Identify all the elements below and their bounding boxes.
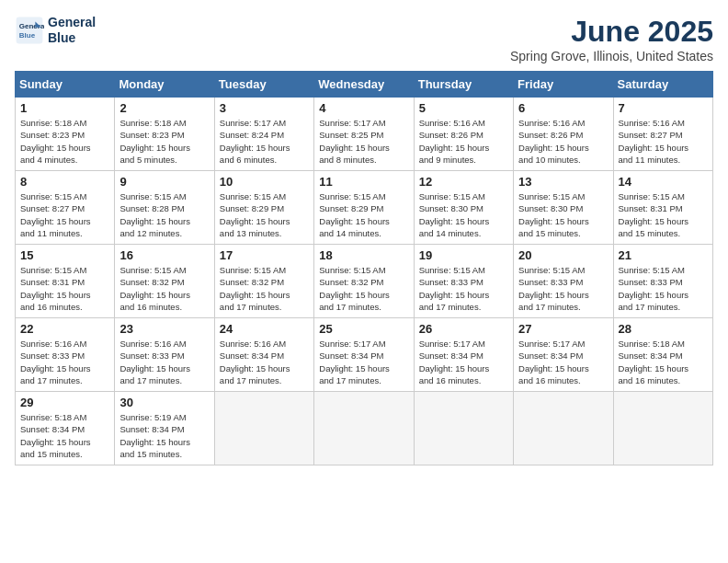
- day-info: Sunrise: 5:15 AM Sunset: 8:32 PM Dayligh…: [119, 264, 209, 313]
- day-number: 29: [20, 396, 109, 409]
- day-info: Sunrise: 5:15 AM Sunset: 8:30 PM Dayligh…: [419, 190, 508, 239]
- logo-icon: General Blue: [15, 16, 44, 45]
- day-number: 5: [419, 101, 508, 115]
- day-info: Sunrise: 5:16 AM Sunset: 8:27 PM Dayligh…: [619, 117, 708, 166]
- day-number: 30: [119, 396, 209, 409]
- calendar-cell: 17Sunrise: 5:15 AM Sunset: 8:32 PM Dayli…: [214, 245, 313, 318]
- calendar-cell: 15Sunrise: 5:15 AM Sunset: 8:31 PM Dayli…: [16, 245, 115, 318]
- calendar-subtitle: Spring Grove, Illinois, United States: [510, 49, 713, 63]
- col-wednesday: Wednesday: [314, 72, 414, 98]
- title-block: June 2025 Spring Grove, Illinois, United…: [510, 15, 713, 63]
- day-info: Sunrise: 5:16 AM Sunset: 8:33 PM Dayligh…: [20, 338, 109, 386]
- week-row-4: 22Sunrise: 5:16 AM Sunset: 8:33 PM Dayli…: [16, 318, 713, 392]
- day-info: Sunrise: 5:16 AM Sunset: 8:26 PM Dayligh…: [419, 117, 508, 166]
- calendar-cell: 6Sunrise: 5:16 AM Sunset: 8:26 PM Daylig…: [514, 98, 613, 171]
- calendar-cell: 14Sunrise: 5:15 AM Sunset: 8:31 PM Dayli…: [613, 171, 712, 245]
- week-row-1: 1Sunrise: 5:18 AM Sunset: 8:23 PM Daylig…: [16, 98, 713, 171]
- svg-text:General: General: [19, 22, 44, 30]
- col-saturday: Saturday: [613, 72, 712, 98]
- day-number: 26: [419, 322, 508, 336]
- calendar-cell: 27Sunrise: 5:17 AM Sunset: 8:34 PM Dayli…: [514, 318, 613, 392]
- day-info: Sunrise: 5:16 AM Sunset: 8:26 PM Dayligh…: [518, 117, 608, 166]
- calendar-cell: 1Sunrise: 5:18 AM Sunset: 8:23 PM Daylig…: [16, 98, 115, 171]
- calendar-cell: 29Sunrise: 5:18 AM Sunset: 8:34 PM Dayli…: [16, 392, 115, 465]
- day-number: 7: [619, 101, 708, 115]
- day-number: 24: [220, 322, 309, 336]
- calendar-cell: 9Sunrise: 5:15 AM Sunset: 8:28 PM Daylig…: [115, 171, 214, 245]
- day-number: 21: [619, 248, 708, 262]
- calendar-cell: 4Sunrise: 5:17 AM Sunset: 8:25 PM Daylig…: [314, 98, 414, 171]
- calendar-cell: 22Sunrise: 5:16 AM Sunset: 8:33 PM Dayli…: [16, 318, 115, 392]
- col-friday: Friday: [514, 72, 613, 98]
- day-info: Sunrise: 5:19 AM Sunset: 8:34 PM Dayligh…: [119, 411, 209, 460]
- day-number: 6: [518, 101, 608, 115]
- day-number: 12: [419, 175, 508, 189]
- day-number: 9: [119, 175, 209, 189]
- calendar-cell: 25Sunrise: 5:17 AM Sunset: 8:34 PM Dayli…: [314, 318, 414, 392]
- calendar-cell: 7Sunrise: 5:16 AM Sunset: 8:27 PM Daylig…: [613, 98, 712, 171]
- day-info: Sunrise: 5:16 AM Sunset: 8:33 PM Dayligh…: [119, 338, 209, 386]
- day-info: Sunrise: 5:18 AM Sunset: 8:23 PM Dayligh…: [20, 117, 109, 166]
- calendar-title: June 2025: [510, 15, 713, 49]
- day-info: Sunrise: 5:18 AM Sunset: 8:34 PM Dayligh…: [619, 338, 708, 386]
- day-number: 14: [619, 175, 708, 189]
- calendar-cell: [214, 392, 313, 465]
- day-info: Sunrise: 5:15 AM Sunset: 8:33 PM Dayligh…: [619, 264, 708, 313]
- calendar-cell: 28Sunrise: 5:18 AM Sunset: 8:34 PM Dayli…: [613, 318, 712, 392]
- logo: General Blue General Blue: [15, 15, 96, 46]
- header: General Blue General Blue June 2025 Spri…: [15, 15, 713, 63]
- day-number: 3: [220, 101, 309, 115]
- day-info: Sunrise: 5:15 AM Sunset: 8:32 PM Dayligh…: [220, 264, 309, 313]
- day-number: 11: [319, 175, 408, 189]
- week-row-5: 29Sunrise: 5:18 AM Sunset: 8:34 PM Dayli…: [16, 392, 713, 465]
- day-info: Sunrise: 5:17 AM Sunset: 8:34 PM Dayligh…: [419, 338, 508, 386]
- col-thursday: Thursday: [414, 72, 513, 98]
- day-number: 22: [20, 322, 109, 336]
- col-sunday: Sunday: [16, 72, 115, 98]
- calendar-cell: 23Sunrise: 5:16 AM Sunset: 8:33 PM Dayli…: [115, 318, 214, 392]
- calendar-cell: 11Sunrise: 5:15 AM Sunset: 8:29 PM Dayli…: [314, 171, 414, 245]
- calendar-cell: [314, 392, 414, 465]
- day-number: 8: [20, 175, 109, 189]
- col-tuesday: Tuesday: [214, 72, 313, 98]
- day-info: Sunrise: 5:15 AM Sunset: 8:32 PM Dayligh…: [319, 264, 408, 313]
- calendar-cell: [414, 392, 513, 465]
- calendar-cell: 2Sunrise: 5:18 AM Sunset: 8:23 PM Daylig…: [115, 98, 214, 171]
- day-info: Sunrise: 5:17 AM Sunset: 8:34 PM Dayligh…: [518, 338, 608, 386]
- calendar-cell: 13Sunrise: 5:15 AM Sunset: 8:30 PM Dayli…: [514, 171, 613, 245]
- day-number: 10: [220, 175, 309, 189]
- calendar-table: Sunday Monday Tuesday Wednesday Thursday…: [15, 71, 713, 465]
- day-info: Sunrise: 5:18 AM Sunset: 8:34 PM Dayligh…: [20, 411, 109, 460]
- calendar-cell: 8Sunrise: 5:15 AM Sunset: 8:27 PM Daylig…: [16, 171, 115, 245]
- calendar-cell: 18Sunrise: 5:15 AM Sunset: 8:32 PM Dayli…: [314, 245, 414, 318]
- week-row-3: 15Sunrise: 5:15 AM Sunset: 8:31 PM Dayli…: [16, 245, 713, 318]
- calendar-cell: 3Sunrise: 5:17 AM Sunset: 8:24 PM Daylig…: [214, 98, 313, 171]
- day-number: 1: [20, 101, 109, 115]
- day-info: Sunrise: 5:18 AM Sunset: 8:23 PM Dayligh…: [119, 117, 209, 166]
- day-info: Sunrise: 5:17 AM Sunset: 8:34 PM Dayligh…: [319, 338, 408, 386]
- day-info: Sunrise: 5:15 AM Sunset: 8:31 PM Dayligh…: [619, 190, 708, 239]
- calendar-cell: 12Sunrise: 5:15 AM Sunset: 8:30 PM Dayli…: [414, 171, 513, 245]
- day-number: 15: [20, 248, 109, 262]
- day-number: 23: [119, 322, 209, 336]
- day-info: Sunrise: 5:15 AM Sunset: 8:30 PM Dayligh…: [518, 190, 608, 239]
- day-number: 17: [220, 248, 309, 262]
- day-number: 19: [419, 248, 508, 262]
- day-number: 27: [518, 322, 608, 336]
- svg-text:Blue: Blue: [19, 31, 36, 40]
- day-info: Sunrise: 5:15 AM Sunset: 8:33 PM Dayligh…: [518, 264, 608, 313]
- calendar-cell: 16Sunrise: 5:15 AM Sunset: 8:32 PM Dayli…: [115, 245, 214, 318]
- day-info: Sunrise: 5:17 AM Sunset: 8:24 PM Dayligh…: [220, 117, 309, 166]
- header-row: Sunday Monday Tuesday Wednesday Thursday…: [16, 72, 713, 98]
- calendar-cell: 30Sunrise: 5:19 AM Sunset: 8:34 PM Dayli…: [115, 392, 214, 465]
- day-number: 13: [518, 175, 608, 189]
- calendar-cell: 24Sunrise: 5:16 AM Sunset: 8:34 PM Dayli…: [214, 318, 313, 392]
- day-number: 16: [119, 248, 209, 262]
- calendar-cell: 10Sunrise: 5:15 AM Sunset: 8:29 PM Dayli…: [214, 171, 313, 245]
- week-row-2: 8Sunrise: 5:15 AM Sunset: 8:27 PM Daylig…: [16, 171, 713, 245]
- calendar-cell: [613, 392, 712, 465]
- day-info: Sunrise: 5:15 AM Sunset: 8:27 PM Dayligh…: [20, 190, 109, 239]
- day-info: Sunrise: 5:15 AM Sunset: 8:31 PM Dayligh…: [20, 264, 109, 313]
- day-info: Sunrise: 5:15 AM Sunset: 8:29 PM Dayligh…: [220, 190, 309, 239]
- day-info: Sunrise: 5:15 AM Sunset: 8:29 PM Dayligh…: [319, 190, 408, 239]
